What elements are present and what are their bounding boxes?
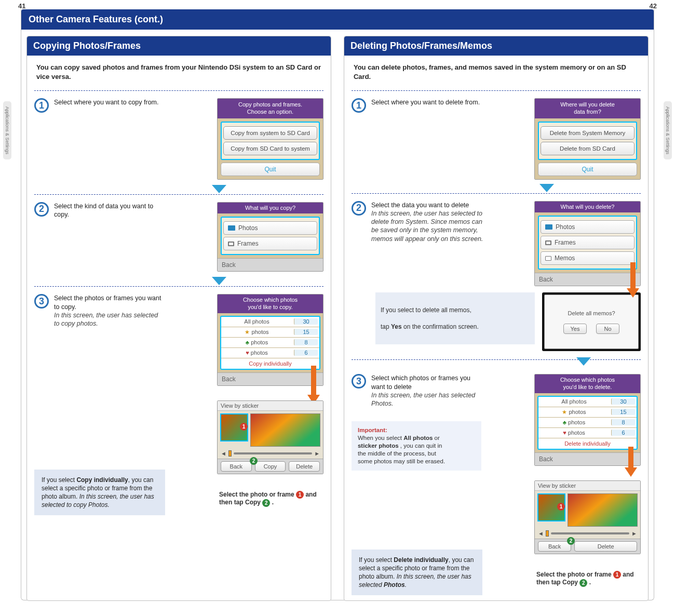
deleting-section-title: Deleting Photos/Frames/Memos <box>344 36 648 56</box>
photos-table: All photos30 ★ photos15 ♣ photos8 ♥ phot… <box>220 316 320 370</box>
frames-option[interactable]: Frames <box>223 237 317 250</box>
copy-step3-subtext: In this screen, the user has selected to… <box>54 312 158 327</box>
step-number-2-icon: 2 <box>352 201 366 216</box>
arrow-down-orange-icon <box>311 366 316 395</box>
delete-photos-table: All photos30 ★ photos15 ♣ photos8 ♥ phot… <box>537 396 638 450</box>
star-photos-row[interactable]: ★ photos15 <box>538 407 637 418</box>
delete-step-1: 1 Select where you want to delete from. … <box>344 94 648 183</box>
badge-1-icon: 1 <box>240 423 248 431</box>
photo-slider[interactable]: ◄► <box>218 449 323 459</box>
badge-1-icon: 1 <box>557 503 565 511</box>
choose-photos-header: Choose which photos you'd like to copy. <box>218 294 323 313</box>
star-icon: ★ <box>562 409 567 415</box>
back-button[interactable]: Back <box>218 258 323 271</box>
frames-icon <box>545 240 551 245</box>
back-button[interactable]: Back <box>535 452 640 465</box>
badge-1-icon: 1 <box>296 491 304 499</box>
badge-2-icon: 2 <box>250 457 258 465</box>
frames-option[interactable]: Frames <box>541 236 634 249</box>
copy-source-header: Copy photos and frames. Choose an option… <box>218 99 323 118</box>
copy-step-1: 1 Select where you want to copy from. Co… <box>27 94 331 183</box>
memo-note-box: If you select to delete all memos, tap Y… <box>375 292 535 344</box>
view-by-sticker-header: View by sticker <box>218 401 323 411</box>
delete-source-header: Where will you delete data from? <box>535 99 640 118</box>
club-photos-row[interactable]: ♣ photos8 <box>221 338 319 348</box>
photo-slider[interactable]: ◄► <box>535 529 640 539</box>
heart-icon: ♥ <box>246 350 249 356</box>
star-photos-row[interactable]: ★ photos15 <box>221 327 319 338</box>
confirm-yes-button[interactable]: Yes <box>563 324 587 334</box>
badge-2-icon: 2 <box>579 579 587 587</box>
delete-source-screen: Where will you delete data from? Delete … <box>534 98 641 180</box>
delete-memos-question: Delete all memos? <box>568 310 615 316</box>
photos-icon <box>228 225 235 231</box>
photos-icon <box>545 224 552 230</box>
page-title-bar: Other Camera Features (cont.) <box>21 9 654 30</box>
delete-step3-text: Select which photos or frames you want t… <box>371 374 470 390</box>
delete-from-sd-button[interactable]: Delete from SD Card <box>541 142 634 155</box>
step-number-3-icon: 3 <box>352 374 366 389</box>
choose-photos-screen: Choose which photos you'd like to copy. … <box>217 294 323 386</box>
photos-option[interactable]: Photos <box>541 220 634 234</box>
delete-individually-note: If you select Delete individually, you c… <box>352 550 482 596</box>
copy-step1-text: Select where you want to copy from. <box>54 98 158 106</box>
step-number-1-icon: 1 <box>352 98 366 113</box>
delete-step2-subtext: In this screen, the user has selected to… <box>371 210 483 243</box>
side-tab-right: Applications & Settings <box>664 101 672 159</box>
view-by-sticker-delete-screen: View by sticker 1 ◄► Back Delete 2 <box>534 480 641 554</box>
all-photos-row[interactable]: All photos30 <box>538 397 637 407</box>
choose-delete-header: Choose which photos you'd like to delete… <box>535 374 640 393</box>
photo-preview <box>250 413 320 447</box>
delete-footnote: Select the photo or frame 1 and then tap… <box>534 569 641 587</box>
copy-individually-row[interactable]: Copy individually <box>221 358 319 369</box>
copy-footnote: Select the photo or frame 1 and then tap… <box>217 489 323 507</box>
copy-kind-header: What will you copy? <box>218 203 323 214</box>
heart-photos-row[interactable]: ♥ photos6 <box>221 348 319 358</box>
copy-sd-to-sys-button[interactable]: Copy from SD Card to system <box>223 142 317 155</box>
copying-section: Copying Photos/Frames You can copy saved… <box>26 36 331 601</box>
deleting-intro: You can delete photos, frames, and memos… <box>344 56 648 87</box>
memos-option[interactable]: Memos <box>541 251 634 265</box>
arrow-down-orange-icon <box>630 262 636 288</box>
club-icon: ♣ <box>563 419 566 425</box>
back-button[interactable]: Back <box>218 372 323 385</box>
sticker-delete-button[interactable]: Delete <box>289 461 320 472</box>
delete-step2-text: Select the data you want to delete <box>371 202 469 209</box>
page-number-left: 41 <box>18 2 25 10</box>
copy-sys-to-sd-button[interactable]: Copy from system to SD Card <box>223 126 317 140</box>
arrow-down-icon <box>576 357 591 366</box>
heart-photos-row[interactable]: ♥ photos6 <box>538 428 637 438</box>
confirm-no-button[interactable]: No <box>596 324 619 334</box>
sticker-delete-button[interactable]: Delete <box>574 541 637 552</box>
quit-button[interactable]: Quit <box>538 163 637 176</box>
step-number-3-icon: 3 <box>34 294 49 309</box>
deleting-section: Deleting Photos/Frames/Memos You can del… <box>344 36 649 601</box>
delete-individually-row[interactable]: Delete individually <box>538 438 637 449</box>
step-number-1-icon: 1 <box>34 98 49 113</box>
view-by-sticker-screen: View by sticker 1 ◄► Back Copy Delete 2 <box>217 400 323 474</box>
all-photos-row[interactable]: All photos30 <box>221 317 319 327</box>
side-tab-left: Applications & Settings <box>3 101 11 159</box>
sticker-back-button[interactable]: Back <box>538 541 571 552</box>
badge-1-icon: 1 <box>613 571 621 579</box>
delete-step-2: 2 Select the data you want to delete In … <box>344 197 648 290</box>
arrow-down-icon <box>539 184 554 192</box>
delete-from-system-button[interactable]: Delete from System Memory <box>541 126 634 140</box>
copy-source-screen: Copy photos and frames. Choose an option… <box>217 98 323 180</box>
quit-button[interactable]: Quit <box>221 163 320 176</box>
sticker-back-button[interactable]: Back <box>221 461 252 472</box>
star-icon: ★ <box>245 329 250 335</box>
club-photos-row[interactable]: ♣ photos8 <box>538 418 637 428</box>
frames-icon <box>228 242 234 246</box>
back-button[interactable]: Back <box>535 273 640 286</box>
copy-individually-note: If you select Copy individually, you can… <box>34 470 165 516</box>
memos-icon <box>545 256 551 261</box>
photo-preview <box>568 493 638 527</box>
photos-option[interactable]: Photos <box>223 221 317 235</box>
sticker-copy-button[interactable]: Copy <box>255 461 286 472</box>
delete-step1-text: Select where you want to delete from. <box>371 98 480 106</box>
arrow-down-icon <box>212 277 226 285</box>
arrow-head-orange-icon <box>625 467 637 477</box>
view-by-sticker-header: View by sticker <box>535 481 640 491</box>
delete-kind-header: What will you delete? <box>535 202 640 213</box>
